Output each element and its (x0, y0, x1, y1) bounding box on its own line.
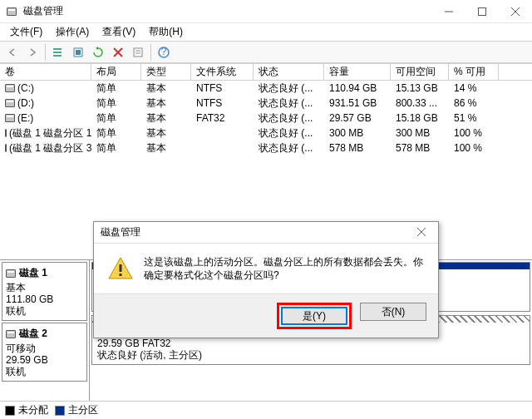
toolbar: ? (0, 42, 532, 63)
title-bar: 磁盘管理 (0, 0, 532, 23)
svg-rect-6 (53, 55, 62, 57)
disk-name: 磁盘 2 (19, 327, 47, 341)
cell-volume: (C:) (0, 82, 91, 94)
col-volume[interactable]: 卷 (0, 64, 91, 80)
cell-free: 15.18 GB (391, 112, 449, 124)
svg-rect-1 (479, 7, 486, 15)
cell-layout: 简单 (91, 126, 141, 140)
window-title: 磁盘管理 (23, 4, 432, 18)
cell-fs: FAT32 (191, 112, 254, 124)
legend-label: 未分配 (18, 403, 48, 417)
cell-cap: 29.57 GB (324, 112, 391, 124)
disk-entry-1[interactable]: 磁盘 1 基本 111.80 GB 联机 (2, 262, 87, 321)
legend-primary: 主分区 (55, 403, 98, 417)
cell-cap: 110.94 GB (324, 82, 391, 94)
legend-unallocated: 未分配 (5, 403, 48, 417)
dialog-titlebar: 磁盘管理 (94, 222, 438, 244)
tool-icon-1[interactable] (69, 43, 87, 62)
cell-volume: (D:) (0, 97, 91, 109)
disk-type: 可移动 (6, 343, 83, 354)
table-body: (C:)简单基本NTFS状态良好 (...110.94 GB15.13 GB14… (0, 81, 532, 155)
table-row[interactable]: (磁盘 1 磁盘分区 3)简单基本状态良好 (...578 MB578 MB10… (0, 140, 532, 155)
cell-cap: 578 MB (324, 142, 391, 154)
legend-swatch (55, 406, 65, 416)
table-row[interactable]: (E:)简单基本FAT32状态良好 (...29.57 GB15.18 GB51… (0, 111, 532, 126)
cell-free: 15.13 GB (391, 82, 449, 94)
table-header: 卷 布局 类型 文件系统 状态 容量 可用空间 % 可用 (0, 64, 532, 81)
cell-volume: (E:) (0, 112, 91, 124)
menu-view[interactable]: 查看(V) (96, 23, 142, 41)
dialog-text: 这是该磁盘上的活动分区。磁盘分区上的所有数据都会丢失。你确定要格式化这个磁盘分区… (144, 255, 425, 282)
col-layout[interactable]: 布局 (91, 64, 141, 80)
toolbar-separator (45, 44, 46, 61)
svg-text:?: ? (161, 47, 167, 57)
svg-rect-4 (53, 48, 62, 50)
disk-status: 联机 (6, 366, 83, 377)
cell-free: 800.33 ... (391, 97, 449, 109)
table-row[interactable]: (D:)简单基本NTFS状态良好 (...931.51 GB800.33 ...… (0, 96, 532, 111)
cell-pct: 100 % (449, 127, 499, 139)
cell-status: 状态良好 (... (254, 111, 324, 126)
partition-info: 29.59 GB FAT32 (97, 338, 525, 349)
legend-swatch (5, 406, 15, 416)
svg-rect-19 (120, 274, 122, 276)
svg-rect-11 (134, 48, 142, 57)
cell-layout: 简单 (91, 141, 141, 155)
menu-action[interactable]: 操作(A) (49, 23, 96, 41)
delete-icon[interactable] (109, 43, 127, 62)
properties-icon[interactable] (129, 43, 147, 62)
col-filesystem[interactable]: 文件系统 (191, 64, 254, 80)
dialog-title: 磁盘管理 (101, 225, 140, 239)
col-pct[interactable]: % 可用 (449, 64, 499, 80)
help-icon[interactable]: ? (155, 43, 173, 62)
cell-status: 状态良好 (... (254, 81, 324, 96)
menu-file[interactable]: 文件(F) (3, 23, 49, 41)
menu-bar: 文件(F) 操作(A) 查看(V) 帮助(H) (0, 23, 532, 42)
cell-fs: NTFS (191, 97, 254, 109)
no-button[interactable]: 否(N) (360, 303, 426, 321)
cell-pct: 14 % (449, 82, 499, 94)
cell-fs: NTFS (191, 82, 254, 94)
legend-label: 主分区 (68, 403, 98, 417)
col-capacity[interactable]: 容量 (324, 64, 391, 80)
dialog-close-button[interactable] (411, 227, 431, 239)
disk-size: 111.80 GB (6, 293, 83, 305)
disk-type: 基本 (6, 282, 83, 293)
cell-type: 基本 (141, 141, 191, 155)
minimize-button[interactable] (432, 0, 466, 23)
svg-rect-8 (76, 50, 81, 55)
warning-icon (107, 255, 134, 282)
disk-name: 磁盘 1 (19, 266, 47, 280)
table-row[interactable]: (C:)简单基本NTFS状态良好 (...110.94 GB15.13 GB14… (0, 81, 532, 96)
back-button[interactable] (3, 43, 22, 62)
partition-status: 状态良好 (活动, 主分区) (97, 349, 525, 361)
maximize-button[interactable] (466, 0, 499, 23)
cell-free: 578 MB (391, 142, 449, 154)
cell-type: 基本 (141, 96, 191, 111)
table-row[interactable]: (磁盘 1 磁盘分区 1)简单基本状态良好 (...300 MB300 MB10… (0, 126, 532, 140)
disk-size: 29.59 GB (6, 354, 83, 366)
status-bar: 未分配 主分区 (0, 401, 532, 419)
yes-button[interactable]: 是(Y) (281, 307, 347, 325)
menu-help[interactable]: 帮助(H) (142, 23, 190, 41)
disk-entry-2[interactable]: 磁盘 2 可移动 29.59 GB 联机 (2, 323, 87, 382)
refresh-list-icon[interactable] (49, 43, 67, 62)
disk-list: 磁盘 1 基本 111.80 GB 联机 磁盘 2 可移动 29.59 GB 联… (0, 260, 90, 401)
cell-type: 基本 (141, 126, 191, 140)
cell-layout: 简单 (91, 111, 141, 126)
col-type[interactable]: 类型 (141, 64, 191, 80)
highlight-box: 是(Y) (277, 303, 352, 329)
cell-pct: 86 % (449, 97, 499, 109)
cell-status: 状态良好 (... (254, 126, 324, 140)
cell-layout: 简单 (91, 81, 141, 96)
forward-button[interactable] (23, 43, 42, 62)
cell-cap: 300 MB (324, 127, 391, 139)
refresh-icon[interactable] (89, 43, 107, 62)
cell-pct: 51 % (449, 112, 499, 124)
col-status[interactable]: 状态 (254, 64, 324, 80)
close-button[interactable] (499, 0, 532, 23)
col-free[interactable]: 可用空间 (391, 64, 449, 80)
toolbar-separator (150, 44, 151, 61)
disk-icon (6, 269, 16, 278)
svg-rect-5 (53, 52, 62, 53)
